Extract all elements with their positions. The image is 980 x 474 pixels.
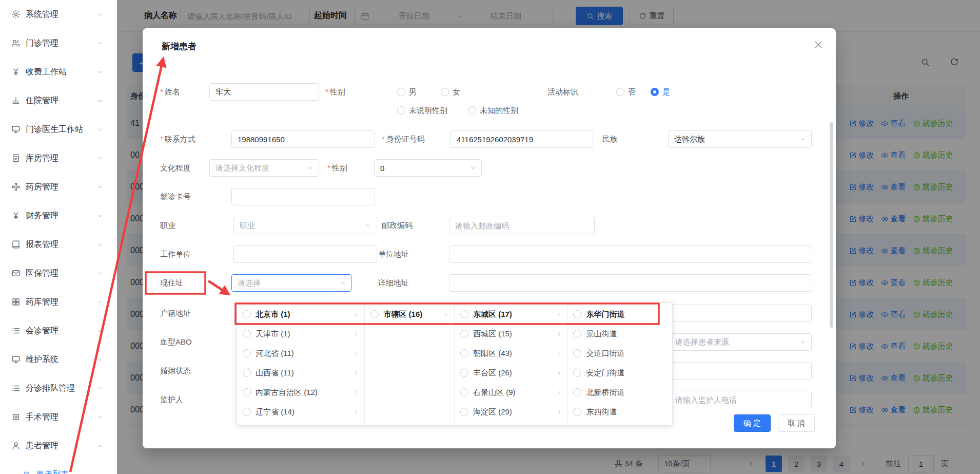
sidebar-item-patient-list[interactable]: 患者列表 — [0, 460, 116, 474]
chevron-right-icon — [353, 370, 360, 376]
chevron-down-icon — [96, 155, 103, 162]
active-flag-label: 活动标识 — [547, 83, 578, 101]
chevron-right-icon — [556, 409, 562, 415]
mail-icon — [11, 269, 21, 278]
gender-female-radio[interactable]: 女 — [441, 83, 460, 101]
sidebar-item-surgery[interactable]: 手术管理 — [0, 403, 116, 431]
book-icon — [11, 240, 21, 249]
gender2-select[interactable]: 0 — [374, 159, 482, 177]
chevron-down-icon — [96, 11, 103, 18]
marital-status-label: 婚姻状态 — [160, 362, 191, 380]
cascader-option[interactable]: 西城区 (15) — [455, 324, 567, 344]
users-icon — [11, 39, 21, 48]
work-unit-input[interactable] — [233, 245, 377, 263]
marital-right-input[interactable] — [669, 362, 812, 380]
sidebar-item-doctor-station[interactable]: 门诊医生工作站 — [0, 115, 116, 144]
list-icon — [11, 384, 21, 393]
detail-address-label: 详细地址 — [378, 274, 409, 292]
gender-label: *性别 — [325, 83, 345, 101]
cancel-button[interactable]: 取 消 — [778, 414, 815, 432]
education-select[interactable]: 请选择文化程度 — [209, 159, 319, 177]
guardian-label: 监护人 — [160, 391, 183, 408]
sidebar-item-pharmacy[interactable]: 药房管理 — [0, 173, 116, 201]
ethnicity-select[interactable]: 达斡尔族 — [668, 130, 812, 148]
confirm-button[interactable]: 确 定 — [734, 414, 771, 432]
cascader-option[interactable]: 内蒙古自治区 (12) — [237, 383, 364, 402]
sidebar-item-warehouse[interactable]: 库房管理 — [0, 144, 116, 173]
cascader-option[interactable]: 东华门街道 — [567, 305, 672, 324]
chevron-right-icon — [556, 389, 562, 396]
current-address-cascader[interactable]: 请选择 — [231, 274, 351, 292]
household-detail-input[interactable] — [669, 305, 812, 322]
blood-type-label: 血型ABO — [160, 333, 192, 351]
work-address-input[interactable] — [449, 245, 811, 263]
cascader-option[interactable]: 东城区 (17) — [455, 305, 567, 324]
cascader-option[interactable]: 朝阳区 (43) — [455, 344, 567, 363]
sidebar-item-consultation[interactable]: 会诊管理 — [0, 316, 116, 345]
yen-icon — [11, 67, 21, 77]
postal-code-input[interactable] — [449, 217, 595, 234]
sidebar-item-outpatient[interactable]: 门诊管理 — [0, 29, 116, 58]
sidebar-item-triage-queue[interactable]: 分诊排队管理 — [0, 374, 116, 403]
cascader-option[interactable]: 交道口街道 — [567, 344, 672, 363]
patient-source-select[interactable]: 请选择患者来源 — [669, 333, 812, 351]
sidebar-item-insurance[interactable]: 医保管理 — [0, 259, 116, 288]
id-number-input[interactable] — [450, 130, 593, 148]
visit-card-input[interactable] — [231, 188, 375, 205]
cascader-option[interactable]: 石景山区 (9) — [455, 383, 567, 402]
cascader-option[interactable]: 山西省 (11) — [237, 363, 364, 383]
dialog-title: 新增患者 — [162, 41, 197, 52]
sidebar-item-patient-mgmt[interactable]: 患者管理 — [0, 431, 116, 460]
radio-icon — [460, 310, 468, 318]
close-icon[interactable] — [813, 40, 824, 50]
dialog-scrollbar[interactable] — [830, 122, 833, 328]
chevron-up-icon — [339, 279, 346, 287]
cascader-option[interactable]: 海淀区 (29) — [455, 402, 567, 422]
cascader-option[interactable]: 北新桥街道 — [567, 383, 672, 402]
radio-icon — [460, 388, 468, 396]
cascader-option[interactable]: 安定门街道 — [567, 363, 672, 383]
chevron-down-icon — [96, 213, 103, 219]
cascader-option[interactable]: 丰台区 (26) — [455, 363, 567, 383]
gear-icon — [11, 10, 21, 19]
cascader-option[interactable]: 东四街道 — [567, 402, 672, 422]
cascader-option[interactable]: 河北省 (11) — [237, 344, 364, 363]
chevron-down-icon — [96, 270, 103, 277]
name-input[interactable] — [209, 83, 319, 101]
sidebar-item-drug-storage[interactable]: 药库管理 — [0, 288, 116, 316]
education-label: 文化程度 — [160, 159, 191, 177]
active-no-radio[interactable]: 否 — [616, 83, 636, 101]
contact-input[interactable] — [231, 130, 375, 148]
sidebar-item-maintenance[interactable]: 维护系统 — [0, 345, 116, 374]
guardian-phone-input[interactable] — [669, 391, 812, 408]
chevron-down-icon — [365, 222, 372, 229]
monitor-icon — [11, 125, 21, 134]
bar-chart-icon — [11, 96, 21, 105]
cascader-option[interactable]: 景山街道 — [567, 324, 672, 344]
radio-icon — [397, 106, 405, 115]
chevron-right-icon — [353, 389, 360, 396]
cascader-option[interactable]: 天津市 (1) — [237, 324, 364, 344]
gender-unknown-radio[interactable]: 未知的性别 — [468, 103, 518, 118]
detail-address-input[interactable] — [449, 274, 811, 292]
chevron-down-icon — [96, 126, 103, 133]
gender-unspecified-radio[interactable]: 未说明性别 — [397, 103, 447, 118]
cascader-option[interactable]: 北京市 (1) — [237, 305, 364, 324]
cascader-column: 市辖区 (16) — [365, 303, 455, 425]
radio-icon — [573, 349, 581, 357]
radio-icon — [243, 369, 251, 377]
chevron-down-icon — [96, 98, 103, 104]
gender-male-radio[interactable]: 男 — [397, 83, 417, 101]
sidebar-item-inpatient[interactable]: 住院管理 — [0, 86, 116, 115]
radio-icon — [370, 310, 379, 318]
active-yes-radio[interactable]: 是 — [651, 83, 670, 101]
cascader-option[interactable]: 辽宁省 (14) — [237, 402, 364, 422]
cascader-option[interactable]: 市辖区 (16) — [365, 305, 454, 324]
sidebar-item-reports[interactable]: 报表管理 — [0, 230, 116, 259]
radio-icon — [460, 369, 468, 377]
work-address-label: 单位地址 — [378, 245, 409, 263]
sidebar-item-system[interactable]: 系统管理 — [0, 0, 116, 29]
sidebar-item-finance[interactable]: 财务管理 — [0, 201, 116, 230]
occupation-select[interactable]: 职业 — [233, 217, 377, 234]
sidebar-item-charging[interactable]: 收费工作站 — [0, 58, 116, 86]
